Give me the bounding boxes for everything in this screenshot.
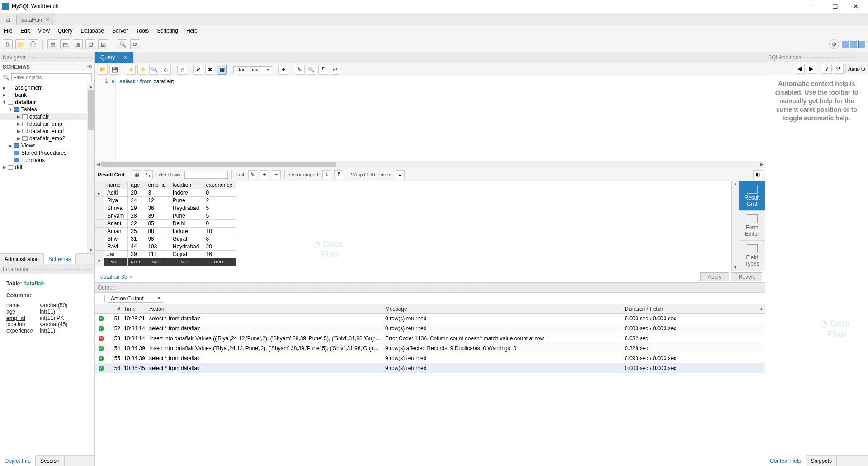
edit-row-button[interactable]: ✎	[248, 170, 257, 179]
add-row-icon: ＋	[262, 171, 267, 178]
tab-context-help[interactable]: Context Help	[765, 455, 806, 466]
query-tab[interactable]: Query 1 ✕	[95, 52, 133, 63]
stop-button[interactable]: ⦸	[161, 65, 171, 75]
apply-button[interactable]: Apply	[700, 272, 729, 281]
toggle-right-panel[interactable]	[858, 41, 865, 48]
find-button[interactable]: 🔍	[307, 65, 316, 75]
tree-scrollbar[interactable]: ▲ ▼	[87, 83, 94, 253]
open-sql-file-button[interactable]: 📂	[98, 65, 108, 75]
limit-rows-select[interactable]: Don't Limit	[233, 66, 272, 73]
output-row[interactable]: ✓5510:34:39select * from dataflair9 row(…	[95, 353, 765, 363]
commit-toggle-button[interactable]: ⎌	[177, 65, 187, 75]
result-set-tab[interactable]: dataflair 35 ✕	[98, 274, 136, 280]
wrap-cell-button[interactable]: ↲	[396, 170, 405, 179]
add-row-button[interactable]: ＋	[260, 170, 269, 179]
explain-button[interactable]: 🔍	[149, 65, 159, 75]
result-grid-view-button[interactable]: ▦	[132, 170, 141, 179]
autocommit-button[interactable]: ▦	[217, 65, 227, 75]
close-query-tab[interactable]: ✕	[123, 55, 127, 61]
result-panel-toggle[interactable]: ◧	[753, 170, 762, 179]
settings-button[interactable]: ⚙	[829, 39, 839, 49]
word-wrap-button[interactable]: ↩	[330, 65, 340, 75]
filter-rows-input[interactable]	[184, 171, 228, 179]
rollback-button[interactable]: ✖	[205, 65, 215, 75]
refresh-schemas-icon[interactable]: ⟲	[87, 64, 92, 70]
tab-administration[interactable]: Administration	[0, 254, 44, 264]
menu-database[interactable]: Database	[81, 28, 104, 34]
filter-icon: ⇆	[146, 171, 151, 178]
close-connection-tab[interactable]: ✕	[45, 17, 49, 23]
output-row[interactable]: ✓5610:35:45select * from dataflair9 row(…	[95, 363, 765, 373]
jump-to-label[interactable]: Jump to	[848, 66, 865, 71]
menu-edit[interactable]: Edit	[20, 28, 30, 34]
output-row[interactable]: ✓5410:34:39Insert into dataflair Values …	[95, 343, 765, 353]
close-result-tab[interactable]: ✕	[129, 274, 133, 280]
commit-button[interactable]: ✔	[193, 65, 203, 75]
sql-editor[interactable]: 1 select * from dataflair; ◀ ▶	[95, 76, 765, 168]
reconnect-button[interactable]: ⟳	[130, 39, 140, 49]
execute-current-button[interactable]: ⚡	[137, 65, 147, 75]
filter-objects-input[interactable]	[11, 73, 92, 81]
side-tab-field-types[interactable]: FieldTypes	[739, 241, 765, 271]
result-filter-toggle-button[interactable]: ⇆	[144, 170, 153, 179]
revert-button[interactable]: Revert	[731, 272, 762, 281]
toggle-left-panel[interactable]	[842, 41, 849, 48]
grid-icon: ▦	[134, 171, 139, 178]
tab-schemas[interactable]: Schemas	[44, 253, 76, 264]
maximize-button[interactable]: ☐	[825, 0, 845, 13]
create-procedure-button[interactable]: ▧	[85, 39, 95, 49]
wrap-text-icon: ↲	[398, 171, 402, 178]
gear-icon: ⚙	[832, 41, 837, 48]
tab-object-info[interactable]: Object Info	[0, 455, 36, 466]
auto-help-button[interactable]: ⟳	[834, 64, 844, 74]
connection-tab[interactable]: dataFlair ✕	[16, 14, 54, 25]
minimize-button[interactable]: —	[804, 0, 825, 13]
context-forward-button[interactable]: ▶	[807, 64, 816, 74]
result-grid-scrollbar[interactable]: ▲ ▼	[731, 181, 739, 271]
output-rows[interactable]: ✓5110:28:21select * from dataflair0 row(…	[95, 314, 765, 466]
stop-icon: ⦸	[164, 67, 168, 73]
toggle-comment-button[interactable]: ✎	[295, 65, 305, 75]
menu-query[interactable]: Query	[58, 28, 73, 34]
home-button[interactable]: ⌂	[2, 14, 14, 25]
menu-bar: File Edit View Query Database Server Too…	[0, 25, 868, 36]
export-button[interactable]: ⤓	[322, 170, 331, 179]
delete-row-button[interactable]: －	[272, 170, 281, 179]
tab-session[interactable]: Session	[36, 456, 65, 466]
beautify-button[interactable]: ✦	[278, 65, 288, 75]
menu-help[interactable]: Help	[186, 28, 198, 34]
create-function-button[interactable]: ▨	[98, 39, 108, 49]
menu-server[interactable]: Server	[112, 28, 128, 34]
editor-horizontal-scrollbar[interactable]: ◀ ▶	[95, 161, 765, 168]
new-sql-tab-button[interactable]: ⎘	[3, 39, 13, 49]
context-back-button[interactable]: ◀	[795, 64, 805, 74]
output-row[interactable]: ✕5310:34:14Insert into dataflair Values …	[95, 333, 765, 343]
result-grid-label: Result Grid	[98, 172, 124, 177]
invisible-chars-button[interactable]: ¶	[318, 65, 328, 75]
output-type-select[interactable]: Action Output	[108, 295, 163, 303]
menu-view[interactable]: View	[38, 28, 50, 34]
import-button[interactable]: ⤒	[334, 170, 343, 179]
output-row[interactable]: ✓5210:34:14select * from dataflair0 row(…	[95, 323, 765, 333]
side-tab-form-editor[interactable]: FormEditor	[739, 211, 765, 241]
toggle-bottom-panel[interactable]	[850, 41, 857, 48]
tab-snippets[interactable]: Snippets	[806, 456, 837, 466]
open-sql-button[interactable]: 📁	[15, 39, 25, 49]
side-tab-result-grid[interactable]: ResultGrid	[739, 181, 765, 211]
create-view-button[interactable]: ▥	[73, 39, 83, 49]
create-schema-button[interactable]: ▦	[47, 39, 57, 49]
menu-tools[interactable]: Tools	[136, 28, 149, 34]
result-grid[interactable]: nameageemp_idlocationexperienceAditi203I…	[95, 181, 236, 266]
close-window-button[interactable]: ✕	[845, 0, 866, 13]
search-table-button[interactable]: 🔍	[118, 39, 127, 49]
menu-file[interactable]: File	[4, 28, 12, 34]
execute-button[interactable]: ⚡	[126, 65, 136, 75]
create-table-button[interactable]: ▤	[60, 39, 70, 49]
output-row[interactable]: ✓5110:28:21select * from dataflair0 row(…	[95, 314, 765, 323]
inspector-button[interactable]: ⓘ	[28, 39, 38, 49]
output-copy-button[interactable]	[98, 295, 105, 302]
schema-tree[interactable]: ▶assignment ▶bank ▼dataflair ▼Tables ▶da…	[0, 83, 94, 253]
context-help-button[interactable]: ?	[822, 64, 832, 74]
save-sql-button[interactable]: 💾	[109, 65, 119, 75]
menu-scripting[interactable]: Scripting	[157, 28, 178, 34]
